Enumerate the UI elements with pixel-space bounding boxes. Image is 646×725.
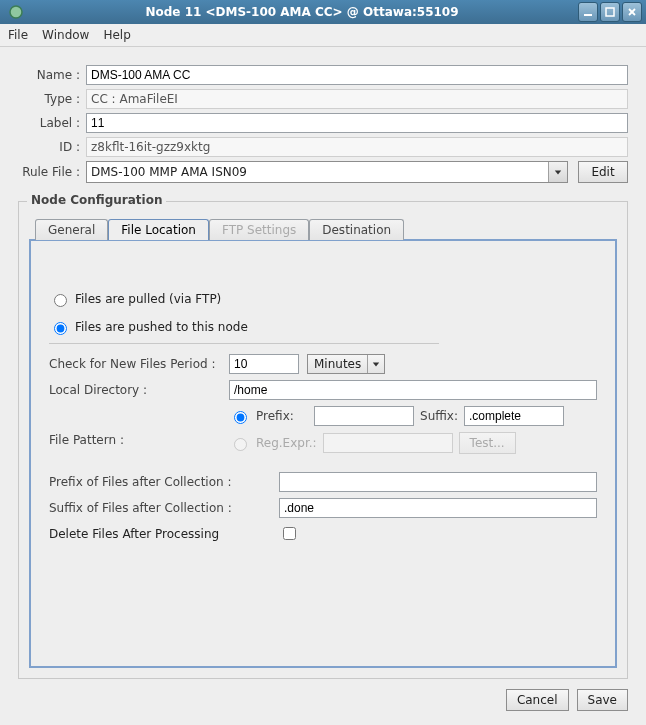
separator bbox=[49, 343, 439, 344]
label-delete-after: Delete Files After Processing bbox=[49, 527, 279, 541]
svg-rect-2 bbox=[606, 8, 614, 16]
input-check-period[interactable] bbox=[229, 354, 299, 374]
tab-body-file-location: Files are pulled (via FTP) Files are pus… bbox=[29, 239, 617, 668]
content-area: Name : Type : CC : AmaFileEI Label : ID … bbox=[0, 47, 646, 679]
footer: Cancel Save bbox=[0, 679, 646, 725]
radio-prefix-suffix[interactable] bbox=[234, 411, 247, 424]
pattern-box: Prefix: Suffix: Reg.Expr.: Test... bbox=[229, 406, 597, 460]
radio-pull-label: Files are pulled (via FTP) bbox=[75, 292, 221, 306]
maximize-button[interactable] bbox=[600, 2, 620, 22]
tab-general[interactable]: General bbox=[35, 219, 108, 240]
tab-ftp-settings: FTP Settings bbox=[209, 219, 309, 240]
input-local-dir[interactable] bbox=[229, 380, 597, 400]
edit-button[interactable]: Edit bbox=[578, 161, 628, 183]
row-regexpr: Reg.Expr.: Test... bbox=[229, 432, 597, 454]
label-regexpr: Reg.Expr.: bbox=[256, 436, 317, 450]
svg-marker-5 bbox=[555, 170, 561, 174]
label-type: Type : bbox=[18, 92, 80, 106]
combo-period-unit-text: Minutes bbox=[308, 357, 367, 371]
test-button: Test... bbox=[459, 432, 516, 454]
app-icon bbox=[8, 4, 24, 20]
close-button[interactable] bbox=[622, 2, 642, 22]
row-label: Label : bbox=[18, 113, 628, 133]
radio-push-label: Files are pushed to this node bbox=[75, 320, 248, 334]
row-suffix-after: Suffix of Files after Collection : bbox=[49, 498, 597, 518]
combo-rulefile-text: DMS-100 MMP AMA ISN09 bbox=[87, 162, 548, 182]
input-label[interactable] bbox=[86, 113, 628, 133]
radio-regexpr bbox=[234, 438, 247, 451]
radio-pull[interactable] bbox=[54, 294, 67, 307]
window-title: Node 11 <DMS-100 AMA CC> @ Ottawa:55109 bbox=[28, 5, 576, 19]
tab-strip: General File Location FTP Settings Desti… bbox=[35, 218, 617, 239]
svg-point-0 bbox=[10, 6, 22, 18]
row-id: ID : z8kflt-16it-gzz9xktg bbox=[18, 137, 628, 157]
value-type: CC : AmaFileEI bbox=[86, 89, 628, 109]
input-name[interactable] bbox=[86, 65, 628, 85]
row-file-pattern: File Pattern : Prefix: Suffix: bbox=[49, 406, 597, 460]
legend-node-config: Node Configuration bbox=[27, 193, 166, 207]
label-label: Label : bbox=[18, 116, 80, 130]
input-suffix[interactable] bbox=[464, 406, 564, 426]
cancel-button[interactable]: Cancel bbox=[506, 689, 569, 711]
checkbox-delete-after[interactable] bbox=[283, 527, 296, 540]
titlebar: Node 11 <DMS-100 AMA CC> @ Ottawa:55109 bbox=[0, 0, 646, 24]
menubar: File Window Help bbox=[0, 24, 646, 47]
tab-file-location[interactable]: File Location bbox=[108, 219, 209, 240]
row-delete-after: Delete Files After Processing bbox=[49, 524, 597, 543]
label-rulefile: Rule File : bbox=[18, 165, 80, 179]
radio-push-row: Files are pushed to this node bbox=[49, 319, 597, 335]
chevron-down-icon[interactable] bbox=[548, 162, 567, 182]
tab-control: General File Location FTP Settings Desti… bbox=[29, 218, 617, 668]
menu-window[interactable]: Window bbox=[42, 28, 89, 42]
label-name: Name : bbox=[18, 68, 80, 82]
menu-help[interactable]: Help bbox=[103, 28, 130, 42]
chevron-down-icon[interactable] bbox=[367, 355, 384, 373]
label-prefix: Prefix: bbox=[256, 409, 308, 423]
radio-pull-row: Files are pulled (via FTP) bbox=[49, 291, 597, 307]
combo-rulefile[interactable]: DMS-100 MMP AMA ISN09 bbox=[86, 161, 568, 183]
input-suffix-after[interactable] bbox=[279, 498, 597, 518]
row-prefix-suffix: Prefix: Suffix: bbox=[229, 406, 597, 426]
save-button[interactable]: Save bbox=[577, 689, 628, 711]
label-local-dir: Local Directory : bbox=[49, 383, 229, 397]
menu-file[interactable]: File bbox=[8, 28, 28, 42]
row-rulefile: Rule File : DMS-100 MMP AMA ISN09 Edit bbox=[18, 161, 628, 183]
window-root: Node 11 <DMS-100 AMA CC> @ Ottawa:55109 … bbox=[0, 0, 646, 725]
combo-period-unit[interactable]: Minutes bbox=[307, 354, 385, 374]
label-suffix-after: Suffix of Files after Collection : bbox=[49, 501, 279, 515]
label-file-pattern: File Pattern : bbox=[49, 419, 229, 447]
label-id: ID : bbox=[18, 140, 80, 154]
row-local-dir: Local Directory : bbox=[49, 380, 597, 400]
value-id: z8kflt-16it-gzz9xktg bbox=[86, 137, 628, 157]
radio-push[interactable] bbox=[54, 322, 67, 335]
row-check-period: Check for New Files Period : Minutes bbox=[49, 354, 597, 374]
fieldset-node-config: Node Configuration General File Location… bbox=[18, 201, 628, 679]
input-prefix[interactable] bbox=[314, 406, 414, 426]
svg-marker-6 bbox=[373, 362, 379, 366]
row-name: Name : bbox=[18, 65, 628, 85]
label-check-period: Check for New Files Period : bbox=[49, 357, 229, 371]
row-prefix-after: Prefix of Files after Collection : bbox=[49, 472, 597, 492]
row-type: Type : CC : AmaFileEI bbox=[18, 89, 628, 109]
label-suffix: Suffix: bbox=[420, 409, 458, 423]
input-prefix-after[interactable] bbox=[279, 472, 597, 492]
input-regexpr bbox=[323, 433, 453, 453]
label-prefix-after: Prefix of Files after Collection : bbox=[49, 475, 279, 489]
minimize-button[interactable] bbox=[578, 2, 598, 22]
tab-destination[interactable]: Destination bbox=[309, 219, 404, 240]
svg-rect-1 bbox=[584, 14, 592, 16]
